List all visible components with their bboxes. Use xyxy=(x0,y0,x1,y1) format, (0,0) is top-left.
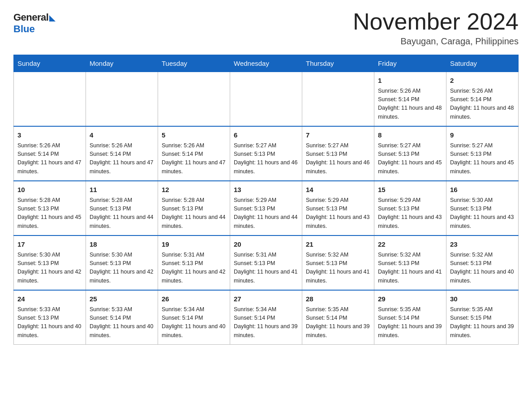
calendar-day-cell: 18Sunrise: 5:30 AMSunset: 5:13 PMDayligh… xyxy=(86,235,158,290)
calendar-day-cell: 16Sunrise: 5:30 AMSunset: 5:13 PMDayligh… xyxy=(446,181,519,235)
day-number: 6 xyxy=(234,130,298,141)
day-info: Sunrise: 5:26 AMSunset: 5:14 PMDaylight:… xyxy=(90,141,154,176)
day-info: Sunrise: 5:33 AMSunset: 5:14 PMDaylight:… xyxy=(90,305,154,340)
day-info: Sunrise: 5:28 AMSunset: 5:13 PMDaylight:… xyxy=(17,196,82,231)
day-number: 18 xyxy=(90,240,154,250)
day-info: Sunrise: 5:34 AMSunset: 5:14 PMDaylight:… xyxy=(162,305,226,340)
calendar-day-cell: 14Sunrise: 5:29 AMSunset: 5:13 PMDayligh… xyxy=(302,181,374,235)
day-number: 15 xyxy=(378,185,442,195)
calendar-week-row: 1Sunrise: 5:26 AMSunset: 5:14 PMDaylight… xyxy=(14,72,519,127)
calendar-day-cell: 13Sunrise: 5:29 AMSunset: 5:13 PMDayligh… xyxy=(230,181,302,235)
day-info: Sunrise: 5:32 AMSunset: 5:13 PMDaylight:… xyxy=(378,251,442,286)
title-section: November 2024 Bayugan, Caraga, Philippin… xyxy=(353,9,519,47)
calendar-day-cell: 28Sunrise: 5:35 AMSunset: 5:14 PMDayligh… xyxy=(302,290,374,345)
calendar-day-cell xyxy=(230,72,302,127)
calendar-header-row: SundayMondayTuesdayWednesdayThursdayFrid… xyxy=(14,55,519,72)
day-info: Sunrise: 5:28 AMSunset: 5:13 PMDaylight:… xyxy=(90,196,154,231)
calendar-day-cell: 25Sunrise: 5:33 AMSunset: 5:14 PMDayligh… xyxy=(86,290,158,345)
day-number: 30 xyxy=(450,294,515,304)
day-number: 20 xyxy=(234,240,298,250)
day-number: 16 xyxy=(450,185,515,195)
calendar-day-cell xyxy=(302,72,374,127)
calendar-week-row: 17Sunrise: 5:30 AMSunset: 5:13 PMDayligh… xyxy=(14,235,519,290)
calendar-day-cell: 15Sunrise: 5:29 AMSunset: 5:13 PMDayligh… xyxy=(374,181,446,235)
calendar-day-cell: 17Sunrise: 5:30 AMSunset: 5:13 PMDayligh… xyxy=(14,235,86,290)
day-info: Sunrise: 5:26 AMSunset: 5:14 PMDaylight:… xyxy=(162,141,226,176)
day-number: 5 xyxy=(162,130,226,141)
calendar-week-row: 10Sunrise: 5:28 AMSunset: 5:13 PMDayligh… xyxy=(14,181,519,235)
day-info: Sunrise: 5:30 AMSunset: 5:13 PMDaylight:… xyxy=(17,251,82,286)
day-info: Sunrise: 5:35 AMSunset: 5:14 PMDaylight:… xyxy=(306,305,370,340)
day-number: 17 xyxy=(17,240,82,250)
day-info: Sunrise: 5:33 AMSunset: 5:13 PMDaylight:… xyxy=(17,305,82,340)
day-number: 2 xyxy=(450,76,515,86)
day-info: Sunrise: 5:28 AMSunset: 5:13 PMDaylight:… xyxy=(162,196,226,231)
day-number: 28 xyxy=(306,294,370,304)
day-info: Sunrise: 5:31 AMSunset: 5:13 PMDaylight:… xyxy=(162,251,226,286)
day-number: 12 xyxy=(162,185,226,195)
logo: General Blue xyxy=(13,9,56,35)
calendar-day-cell: 2Sunrise: 5:26 AMSunset: 5:14 PMDaylight… xyxy=(446,72,519,127)
calendar-day-cell: 10Sunrise: 5:28 AMSunset: 5:13 PMDayligh… xyxy=(14,181,86,235)
day-info: Sunrise: 5:27 AMSunset: 5:13 PMDaylight:… xyxy=(234,141,298,176)
day-info: Sunrise: 5:26 AMSunset: 5:14 PMDaylight:… xyxy=(17,141,82,176)
day-number: 4 xyxy=(90,130,154,141)
calendar-day-cell: 9Sunrise: 5:27 AMSunset: 5:13 PMDaylight… xyxy=(446,126,519,181)
calendar-table: SundayMondayTuesdayWednesdayThursdayFrid… xyxy=(13,55,519,345)
day-info: Sunrise: 5:31 AMSunset: 5:13 PMDaylight:… xyxy=(234,251,298,286)
calendar-day-cell xyxy=(86,72,158,127)
calendar-day-cell: 8Sunrise: 5:27 AMSunset: 5:13 PMDaylight… xyxy=(374,126,446,181)
day-number: 27 xyxy=(234,294,298,304)
day-of-week-header: Wednesday xyxy=(230,55,302,72)
calendar-day-cell xyxy=(14,72,86,127)
day-number: 25 xyxy=(90,294,154,304)
day-of-week-header: Thursday xyxy=(302,55,374,72)
day-info: Sunrise: 5:32 AMSunset: 5:13 PMDaylight:… xyxy=(450,251,515,286)
calendar-day-cell: 12Sunrise: 5:28 AMSunset: 5:13 PMDayligh… xyxy=(158,181,230,235)
month-title: November 2024 xyxy=(353,9,519,34)
day-of-week-header: Monday xyxy=(86,55,158,72)
day-info: Sunrise: 5:27 AMSunset: 5:13 PMDaylight:… xyxy=(378,141,442,176)
calendar-day-cell: 23Sunrise: 5:32 AMSunset: 5:13 PMDayligh… xyxy=(446,235,519,290)
day-number: 11 xyxy=(90,185,154,195)
day-number: 3 xyxy=(17,130,82,141)
logo-triangle-icon xyxy=(49,15,56,21)
calendar-day-cell: 20Sunrise: 5:31 AMSunset: 5:13 PMDayligh… xyxy=(230,235,302,290)
day-info: Sunrise: 5:32 AMSunset: 5:13 PMDaylight:… xyxy=(306,251,370,286)
day-info: Sunrise: 5:29 AMSunset: 5:13 PMDaylight:… xyxy=(234,196,298,231)
calendar-day-cell: 6Sunrise: 5:27 AMSunset: 5:13 PMDaylight… xyxy=(230,126,302,181)
day-of-week-header: Friday xyxy=(374,55,446,72)
day-of-week-header: Tuesday xyxy=(158,55,230,72)
location-text: Bayugan, Caraga, Philippines xyxy=(353,36,519,47)
calendar-day-cell: 5Sunrise: 5:26 AMSunset: 5:14 PMDaylight… xyxy=(158,126,230,181)
page-header: General Blue November 2024 Bayugan, Cara… xyxy=(13,9,519,47)
day-info: Sunrise: 5:26 AMSunset: 5:14 PMDaylight:… xyxy=(450,87,515,122)
day-number: 19 xyxy=(162,240,226,250)
day-info: Sunrise: 5:34 AMSunset: 5:14 PMDaylight:… xyxy=(234,305,298,340)
day-number: 22 xyxy=(378,240,442,250)
day-info: Sunrise: 5:26 AMSunset: 5:14 PMDaylight:… xyxy=(378,87,442,122)
calendar-day-cell: 4Sunrise: 5:26 AMSunset: 5:14 PMDaylight… xyxy=(86,126,158,181)
calendar-week-row: 3Sunrise: 5:26 AMSunset: 5:14 PMDaylight… xyxy=(14,126,519,181)
day-info: Sunrise: 5:30 AMSunset: 5:13 PMDaylight:… xyxy=(90,251,154,286)
day-number: 1 xyxy=(378,76,442,86)
calendar-day-cell: 19Sunrise: 5:31 AMSunset: 5:13 PMDayligh… xyxy=(158,235,230,290)
day-number: 29 xyxy=(378,294,442,304)
day-info: Sunrise: 5:27 AMSunset: 5:13 PMDaylight:… xyxy=(450,141,515,176)
day-number: 21 xyxy=(306,240,370,250)
calendar-day-cell: 29Sunrise: 5:35 AMSunset: 5:14 PMDayligh… xyxy=(374,290,446,345)
calendar-day-cell: 22Sunrise: 5:32 AMSunset: 5:13 PMDayligh… xyxy=(374,235,446,290)
logo-blue-text: Blue xyxy=(13,23,35,35)
calendar-week-row: 24Sunrise: 5:33 AMSunset: 5:13 PMDayligh… xyxy=(14,290,519,345)
day-of-week-header: Saturday xyxy=(446,55,519,72)
day-number: 13 xyxy=(234,185,298,195)
day-number: 9 xyxy=(450,130,515,141)
calendar-day-cell xyxy=(158,72,230,127)
day-info: Sunrise: 5:29 AMSunset: 5:13 PMDaylight:… xyxy=(306,196,370,231)
day-info: Sunrise: 5:35 AMSunset: 5:15 PMDaylight:… xyxy=(450,305,515,340)
day-number: 14 xyxy=(306,185,370,195)
calendar-day-cell: 27Sunrise: 5:34 AMSunset: 5:14 PMDayligh… xyxy=(230,290,302,345)
day-number: 23 xyxy=(450,240,515,250)
day-number: 10 xyxy=(17,185,82,195)
calendar-day-cell: 21Sunrise: 5:32 AMSunset: 5:13 PMDayligh… xyxy=(302,235,374,290)
